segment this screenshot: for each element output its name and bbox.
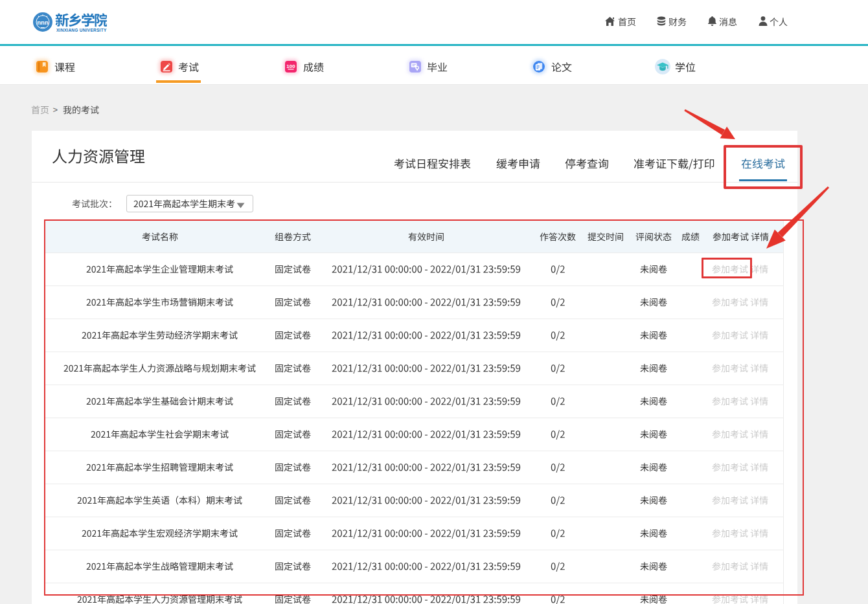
svg-text:nnn: nnn: [37, 19, 49, 26]
svg-text:100: 100: [286, 63, 295, 69]
